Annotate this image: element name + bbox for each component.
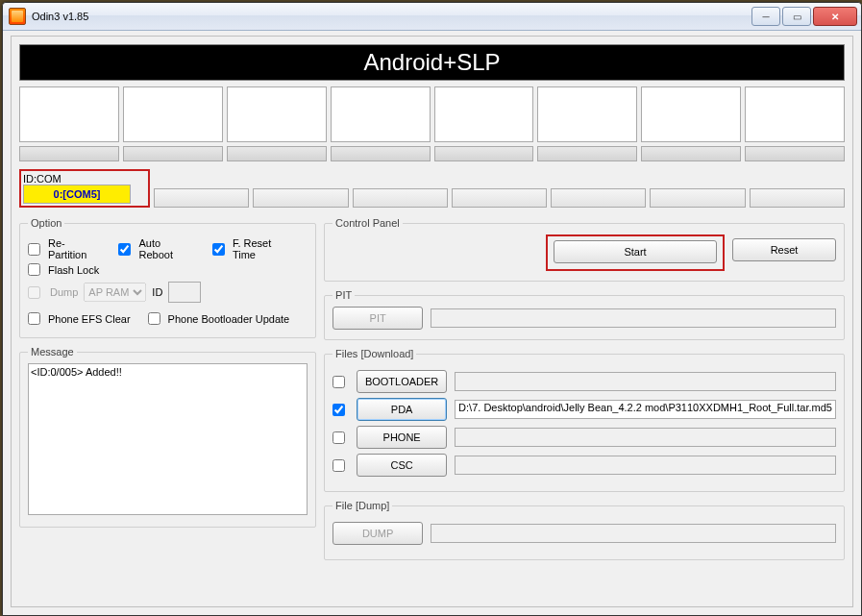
- com-port-cell[interactable]: [750, 188, 845, 208]
- message-group: Message <ID:0/005> Added!!: [19, 346, 316, 528]
- phone-button[interactable]: PHONE: [357, 426, 447, 449]
- banner: Android+SLP: [19, 44, 845, 81]
- pda-path[interactable]: D:\7. Desktop\android\Jelly Bean_4.2.2 m…: [455, 400, 836, 419]
- slot: [745, 86, 845, 142]
- csc-checkbox[interactable]: [332, 459, 345, 472]
- reset-button[interactable]: Reset: [732, 238, 836, 261]
- left-column: Option Re-Partition Auto Reboot F. Reset…: [19, 217, 316, 568]
- idcom-label: ID:COM: [23, 173, 146, 185]
- progress-cell: [537, 146, 637, 161]
- csc-button[interactable]: CSC: [357, 454, 447, 477]
- pit-button: PIT: [332, 307, 423, 330]
- bootloader-path: [455, 372, 836, 391]
- freset-checkbox[interactable]: [212, 243, 225, 256]
- com-port-cell[interactable]: [452, 188, 547, 208]
- com-port-active[interactable]: 0:[COM5]: [23, 185, 131, 204]
- com-port-cell[interactable]: [253, 188, 348, 208]
- com-port-cell[interactable]: [650, 188, 745, 208]
- progress-cell: [745, 146, 845, 161]
- control-legend: Control Panel: [332, 217, 403, 229]
- phone-checkbox[interactable]: [332, 431, 345, 444]
- bootupdate-checkbox[interactable]: [148, 312, 160, 325]
- progress-cell: [123, 146, 223, 161]
- slot: [19, 86, 119, 142]
- pda-checkbox[interactable]: [332, 404, 345, 416]
- window-title: Odin3 v1.85: [32, 11, 750, 22]
- start-highlight: Start: [546, 234, 725, 271]
- flashlock-checkbox[interactable]: [28, 263, 40, 276]
- dump-path: [431, 524, 836, 543]
- message-legend: Message: [28, 346, 77, 357]
- pit-group: PIT PIT: [324, 289, 845, 340]
- id-label: ID: [152, 286, 162, 298]
- device-slots: [19, 86, 845, 142]
- window-buttons: ─ ▭ ✕: [750, 7, 857, 26]
- autoreboot-label: Auto Reboot: [138, 237, 194, 260]
- com-port-cell[interactable]: [353, 188, 448, 208]
- right-column: Control Panel Start Reset PIT PIT: [324, 217, 845, 568]
- titlebar[interactable]: Odin3 v1.85 ─ ▭ ✕: [3, 3, 861, 31]
- com-port-cell[interactable]: [551, 188, 646, 208]
- freset-label: F. Reset Time: [233, 237, 294, 260]
- main-columns: Option Re-Partition Auto Reboot F. Reset…: [19, 217, 845, 568]
- flashlock-label: Flash Lock: [48, 264, 99, 276]
- close-button[interactable]: ✕: [813, 7, 857, 26]
- app-icon: [9, 8, 26, 25]
- idcom-highlight: ID:COM 0:[COM5]: [19, 169, 150, 208]
- progress-cell: [331, 146, 431, 161]
- csc-path: [455, 456, 836, 475]
- option-group: Option Re-Partition Auto Reboot F. Reset…: [19, 217, 316, 338]
- pit-legend: PIT: [332, 289, 355, 301]
- com-port-cell[interactable]: [154, 188, 249, 208]
- slot: [641, 86, 741, 142]
- repartition-label: Re-Partition: [48, 237, 101, 260]
- dump-button: DUMP: [332, 522, 423, 545]
- efsclear-checkbox[interactable]: [28, 312, 40, 325]
- slot: [434, 86, 534, 142]
- pda-button[interactable]: PDA: [357, 398, 447, 421]
- efsclear-label: Phone EFS Clear: [48, 313, 131, 325]
- bootloader-button[interactable]: BOOTLOADER: [357, 370, 447, 393]
- slot: [123, 86, 223, 142]
- progress-cell: [434, 146, 534, 161]
- progress-row: [19, 146, 845, 161]
- progress-cell: [227, 146, 327, 161]
- client-area: Android+SLP ID:COM 0:[COM: [11, 36, 853, 607]
- message-log[interactable]: <ID:0/005> Added!!: [28, 363, 308, 515]
- slot: [537, 86, 637, 142]
- filedump-group: File [Dump] DUMP: [324, 500, 845, 560]
- repartition-checkbox[interactable]: [28, 243, 40, 256]
- autoreboot-checkbox[interactable]: [118, 243, 131, 256]
- dump-select: AP RAM: [84, 283, 146, 302]
- progress-cell: [641, 146, 741, 161]
- control-panel-group: Control Panel Start Reset: [324, 217, 845, 282]
- start-button[interactable]: Start: [554, 240, 717, 263]
- phone-path: [455, 428, 836, 447]
- option-legend: Option: [28, 217, 64, 229]
- bootloader-checkbox[interactable]: [332, 376, 345, 388]
- pit-path: [431, 308, 836, 328]
- files-legend: Files [Download]: [332, 348, 416, 359]
- filedump-legend: File [Dump]: [332, 500, 392, 511]
- dump-checkbox: [28, 286, 40, 299]
- id-input: [168, 282, 201, 303]
- slot: [227, 86, 327, 142]
- files-group: Files [Download] BOOTLOADER PDA D:\7. De…: [324, 348, 845, 492]
- idcom-section: ID:COM 0:[COM5]: [19, 169, 845, 208]
- app-window: Odin3 v1.85 ─ ▭ ✕ Android+SLP: [2, 2, 862, 616]
- slot: [331, 86, 431, 142]
- minimize-button[interactable]: ─: [751, 7, 780, 26]
- bootupdate-label: Phone Bootloader Update: [168, 313, 290, 325]
- progress-cell: [19, 146, 119, 161]
- maximize-button[interactable]: ▭: [782, 7, 811, 26]
- dump-label: Dump: [50, 286, 78, 298]
